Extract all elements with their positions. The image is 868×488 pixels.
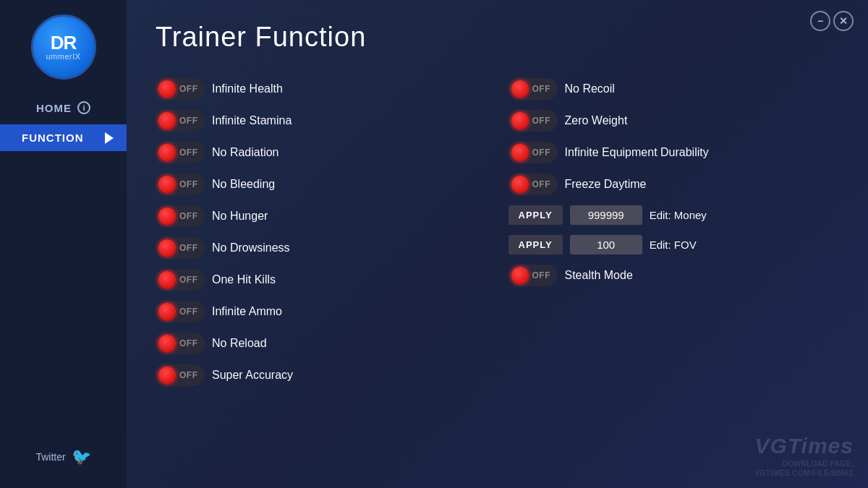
play-icon — [105, 132, 114, 144]
money-label: Edit: Money — [650, 209, 707, 221]
vgtimes-sub1: DOWNLOAD PAGE: — [754, 460, 854, 468]
toggle-state: OFF — [532, 116, 551, 126]
sidebar-item-function[interactable]: FUNCTION — [0, 124, 127, 151]
toggle-state: OFF — [179, 370, 198, 380]
function-row: OFF Stealth Mode — [509, 260, 840, 291]
function-row: OFF Freeze Daytime — [509, 168, 840, 200]
function-name: No Drowsiness — [212, 241, 290, 254]
function-row: OFF Super Accuracy — [156, 359, 487, 391]
apply-money-button[interactable]: APPLY — [509, 205, 563, 225]
function-name: No Reload — [212, 337, 267, 350]
apply-row-money: APPLY Edit: Money — [509, 200, 840, 230]
toggle-zero-weight[interactable]: OFF — [509, 110, 558, 132]
function-name: Zero Weight — [565, 114, 628, 127]
toggle-dot — [158, 239, 176, 257]
function-name: No Hunger — [212, 210, 268, 223]
twitter-label: Twitter — [35, 451, 65, 463]
toggle-no-reload[interactable]: OFF — [156, 333, 205, 354]
toggle-infinite-stamina[interactable]: OFF — [156, 110, 205, 132]
twitter-icon: 🐦 — [72, 448, 91, 466]
toggle-dot — [158, 303, 176, 320]
toggle-state: OFF — [179, 307, 198, 317]
toggle-state: OFF — [179, 338, 198, 348]
toggle-state: OFF — [532, 147, 551, 158]
money-input[interactable] — [570, 205, 642, 225]
apply-fov-button[interactable]: APPLY — [509, 235, 563, 254]
toggle-one-hit-kills[interactable]: OFF — [156, 269, 205, 291]
fov-input[interactable] — [570, 235, 642, 254]
function-row: OFF No Recoil — [509, 73, 840, 105]
toggle-dot — [158, 112, 176, 129]
toggle-no-bleeding[interactable]: OFF — [156, 174, 205, 195]
function-name: No Bleeding — [212, 178, 275, 191]
function-row: OFF No Reload — [156, 328, 487, 359]
toggle-state: OFF — [179, 243, 198, 253]
avatar: DR ummerIX — [31, 14, 96, 80]
function-row: OFF No Drowsiness — [156, 232, 487, 264]
function-name: No Recoil — [565, 82, 615, 95]
function-row: OFF No Hunger — [156, 200, 487, 232]
toggle-state: OFF — [179, 147, 198, 158]
function-row: OFF One Hit Kills — [156, 264, 487, 296]
function-row: OFF No Bleeding — [156, 168, 487, 200]
toggle-state: OFF — [179, 84, 198, 94]
function-row: OFF Infinite Equipment Durability — [509, 137, 840, 168]
toggle-dot — [511, 176, 529, 193]
function-name: Freeze Daytime — [565, 178, 647, 191]
sidebar: DR ummerIX HOME i FUNCTION Twitter 🐦 — [0, 0, 127, 488]
function-name: Super Accuracy — [212, 369, 293, 382]
function-name: Infinite Equipment Durability — [565, 146, 709, 159]
minimize-button[interactable]: − — [810, 11, 830, 31]
toggle-freeze-daytime[interactable]: OFF — [509, 174, 558, 195]
info-icon[interactable]: i — [77, 101, 90, 114]
toggle-dot — [158, 335, 176, 352]
avatar-text-dr: DR — [51, 33, 77, 52]
home-label: HOME — [36, 102, 72, 114]
toggle-dot — [158, 80, 176, 98]
toggle-state: OFF — [179, 179, 198, 189]
window-controls: − ✕ — [810, 11, 854, 31]
function-name: Infinite Ammo — [212, 305, 282, 318]
toggle-infinite-ammo[interactable]: OFF — [156, 301, 205, 322]
toggle-no-drowsiness[interactable]: OFF — [156, 237, 205, 259]
toggle-dot — [511, 112, 529, 129]
toggle-state: OFF — [179, 211, 198, 221]
toggle-infinite-health[interactable]: OFF — [156, 78, 205, 100]
function-label: FUNCTION — [22, 132, 84, 144]
toggle-no-hunger[interactable]: OFF — [156, 205, 205, 227]
toggle-no-recoil[interactable]: OFF — [509, 78, 558, 100]
function-row: OFF No Radiation — [156, 137, 487, 168]
page-title: Trainer Function — [156, 22, 839, 53]
functions-grid: OFF Infinite Health OFF Infinite Stamina… — [156, 73, 839, 391]
avatar-text-sub: ummerIX — [46, 52, 80, 61]
function-name: Stealth Mode — [565, 269, 633, 282]
toggle-no-radiation[interactable]: OFF — [156, 142, 205, 163]
toggle-stealth-mode[interactable]: OFF — [509, 265, 558, 286]
function-name: No Radiation — [212, 146, 279, 159]
toggle-dot — [158, 271, 176, 288]
main-content: − ✕ Trainer Function OFF Infinite Health… — [127, 0, 868, 488]
toggle-dot — [511, 267, 529, 284]
toggle-state: OFF — [532, 270, 551, 281]
toggle-dot — [158, 367, 176, 384]
toggle-infinite-equipment-durability[interactable]: OFF — [509, 142, 558, 163]
toggle-dot — [511, 144, 529, 161]
toggle-dot — [158, 144, 176, 161]
function-row: OFF Infinite Stamina — [156, 105, 487, 137]
toggle-state: OFF — [179, 116, 198, 126]
function-row: OFF Infinite Ammo — [156, 296, 487, 328]
twitter-section[interactable]: Twitter 🐦 — [35, 448, 90, 474]
right-column: OFF No Recoil OFF Zero Weight OFF Infini… — [509, 73, 840, 391]
fov-label: Edit: FOV — [650, 239, 697, 251]
apply-row-fov: APPLY Edit: FOV — [509, 230, 840, 260]
toggle-dot — [158, 176, 176, 193]
function-name: Infinite Stamina — [212, 114, 292, 127]
close-button[interactable]: ✕ — [833, 11, 854, 31]
function-name: Infinite Health — [212, 82, 283, 95]
left-column: OFF Infinite Health OFF Infinite Stamina… — [156, 73, 487, 391]
sidebar-item-home[interactable]: HOME i — [0, 94, 127, 121]
function-row: OFF Infinite Health — [156, 73, 487, 105]
function-row: OFF Zero Weight — [509, 105, 840, 137]
toggle-super-accuracy[interactable]: OFF — [156, 364, 205, 386]
vgtimes-sub2: VGTIMES.COM/FILE/80661 — [754, 469, 854, 477]
